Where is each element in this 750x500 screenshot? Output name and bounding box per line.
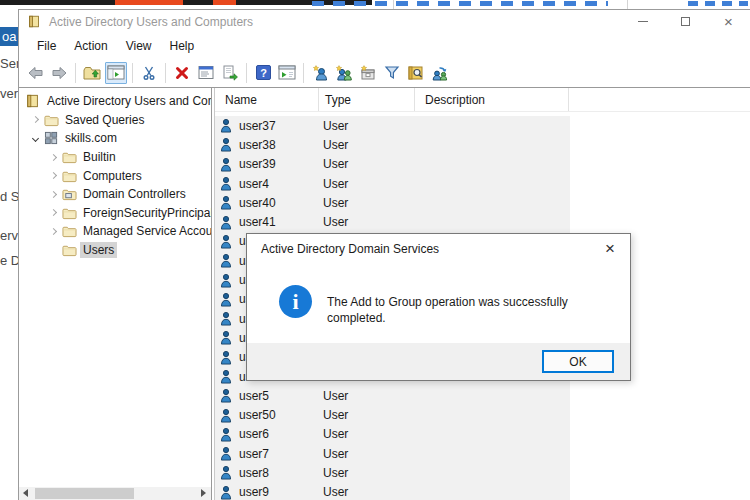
column-header-type[interactable]: Type [319, 88, 415, 111]
chevron-down-icon[interactable] [26, 136, 44, 141]
user-name: user39 [239, 157, 323, 171]
list-row-user38[interactable]: user38User [215, 135, 570, 154]
scroll-right-icon[interactable] [201, 489, 206, 497]
user-type: User [323, 408, 419, 422]
list-row-user9[interactable]: user9User [215, 483, 570, 500]
user-type: User [323, 485, 419, 499]
add-to-group-dialog: Active Directory Domain Services × i The… [246, 233, 631, 381]
tree-item-label: Saved Queries [62, 112, 147, 128]
chevron-right-icon[interactable] [44, 192, 62, 197]
tree-item-managed-service-accounts[interactable]: Managed Service Accounts [19, 222, 211, 241]
tree-item-users[interactable]: Users [19, 241, 211, 260]
toolbar-separator [132, 63, 133, 83]
help-icon[interactable]: ? [252, 62, 274, 84]
menu-action[interactable]: Action [65, 36, 116, 56]
background-clipped-text [312, 1, 608, 6]
user-type: User [323, 157, 419, 171]
close-icon: × [724, 14, 733, 29]
console-window-icon[interactable] [276, 62, 298, 84]
user-name: user37 [239, 119, 323, 133]
column-header-description[interactable]: Description [415, 88, 569, 111]
toolbar-separator [303, 63, 304, 83]
folder-icon [62, 206, 80, 220]
tree-item-label: Active Directory Users and Computers [44, 93, 212, 109]
new-user-icon[interactable] [309, 62, 331, 84]
menu-file[interactable]: File [28, 36, 65, 56]
column-header-name[interactable]: Name [215, 88, 319, 111]
tree-item-saved-queries[interactable]: Saved Queries [19, 111, 211, 130]
user-icon [219, 292, 235, 307]
list-row-user7[interactable]: user7User [215, 444, 570, 463]
list-row-user41[interactable]: user41User [215, 212, 570, 231]
tree-item-label: Builtin [80, 149, 119, 165]
tree-item-label: skills.com [62, 130, 120, 146]
list-row-user6[interactable]: user6User [215, 425, 570, 444]
list-row-user37[interactable]: user37User [215, 116, 570, 135]
chevron-right-icon[interactable] [44, 155, 62, 160]
user-type: User [323, 196, 419, 210]
close-button[interactable]: × [707, 10, 750, 33]
refresh-membership-icon[interactable] [429, 62, 451, 84]
minimize-button[interactable] [621, 10, 664, 33]
user-name: user41 [239, 215, 323, 229]
export-list-icon[interactable] [219, 62, 241, 84]
list-row-user50[interactable]: user50User [215, 405, 570, 424]
list-row-user40[interactable]: user40User [215, 193, 570, 212]
show-console-tree-icon[interactable] [105, 62, 127, 84]
tree-item-computers[interactable]: Computers [19, 166, 211, 185]
folder-icon [62, 224, 80, 238]
list-row-user5[interactable]: user5User [215, 386, 570, 405]
properties-icon[interactable] [195, 62, 217, 84]
console-icon [26, 94, 44, 108]
new-organizational-unit-icon[interactable] [357, 62, 379, 84]
menu-view[interactable]: View [117, 36, 161, 56]
delete-icon[interactable] [171, 62, 193, 84]
tree-item-builtin[interactable]: Builtin [19, 148, 211, 167]
chevron-right-icon[interactable] [26, 117, 44, 122]
scroll-left-icon[interactable] [23, 489, 28, 497]
tree-item-label: Domain Controllers [80, 186, 189, 202]
background-divider [627, 0, 628, 9]
dialog-close-button[interactable]: × [599, 238, 621, 260]
list-row-user39[interactable]: user39User [215, 155, 570, 174]
tree-item-domain-controllers[interactable]: Domain Controllers [19, 185, 211, 204]
folder-dc-icon [62, 187, 80, 201]
filter-icon[interactable] [381, 62, 403, 84]
scrollbar-thumb[interactable] [35, 488, 134, 499]
find-icon[interactable] [405, 62, 427, 84]
new-group-icon[interactable] [333, 62, 355, 84]
ok-button[interactable]: OK [542, 350, 614, 373]
chevron-right-icon[interactable] [44, 173, 62, 178]
forward-icon[interactable] [48, 62, 70, 84]
menu-help[interactable]: Help [161, 36, 204, 56]
tree-pane: Active Directory Users and ComputersSave… [19, 88, 212, 500]
toolbar-separator [165, 63, 166, 83]
tree-item-foreignsecurityprincipals[interactable]: ForeignSecurityPrincipals [19, 204, 211, 223]
user-icon [219, 350, 235, 365]
user-name: user38 [239, 138, 323, 152]
chevron-right-icon[interactable] [44, 210, 62, 215]
tree-horizontal-scrollbar[interactable] [19, 487, 211, 500]
cut-icon[interactable] [138, 62, 160, 84]
list-row-user8[interactable]: user8User [215, 463, 570, 482]
tree-item-skills-com[interactable]: skills.com [19, 129, 211, 148]
up-one-level-icon[interactable] [81, 62, 103, 84]
list-row-user4[interactable]: user4User [215, 174, 570, 193]
folder-icon [62, 243, 80, 257]
folder-icon [62, 150, 80, 164]
user-name: user5 [239, 389, 323, 403]
back-icon[interactable] [24, 62, 46, 84]
maximize-icon [681, 17, 690, 26]
maximize-button[interactable] [664, 10, 707, 33]
background-orange-bar [213, 0, 236, 5]
user-icon [219, 408, 235, 423]
user-type: User [323, 177, 419, 191]
tree-item-label: ForeignSecurityPrincipals [80, 205, 212, 221]
chevron-right-icon[interactable] [44, 229, 62, 234]
dialog-footer: OK [247, 343, 630, 380]
user-type: User [323, 447, 419, 461]
list-header: Name Type Description [215, 88, 750, 112]
user-type: User [323, 427, 419, 441]
svg-text:?: ? [260, 67, 267, 79]
tree-item-active-directory-users-and-computers[interactable]: Active Directory Users and Computers [19, 92, 211, 111]
